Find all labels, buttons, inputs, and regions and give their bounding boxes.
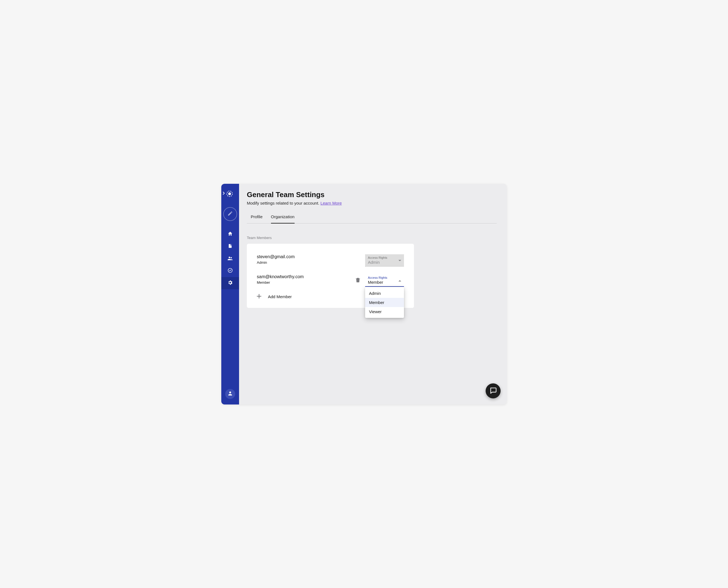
- main-content: General Team Settings Modify settings re…: [239, 184, 507, 404]
- caret-down-icon: [398, 258, 401, 262]
- compose-button[interactable]: [223, 207, 237, 221]
- trash-icon: [356, 278, 360, 283]
- pencil-icon: [227, 211, 233, 217]
- member-info: steven@gmail.com Admin: [257, 254, 365, 265]
- member-actions: Access Rights Admin: [365, 254, 404, 267]
- add-member-label: Add Member: [268, 294, 292, 299]
- access-rights-label: Access Rights: [368, 256, 401, 259]
- home-icon: [227, 231, 233, 238]
- access-rights-value: Admin: [368, 260, 401, 265]
- app-window: General Team Settings Modify settings re…: [221, 184, 507, 404]
- access-rights-dropdown: Admin Member Viewer: [365, 287, 404, 318]
- dropdown-option-admin[interactable]: Admin: [365, 289, 404, 298]
- page-subtitle-text: Modify settings related to your account.: [247, 201, 320, 206]
- svg-point-1: [228, 192, 231, 195]
- delete-member-button[interactable]: [356, 277, 360, 284]
- sidebar-top: [221, 188, 239, 200]
- dropdown-option-viewer[interactable]: Viewer: [365, 307, 404, 316]
- nav-settings[interactable]: [221, 277, 239, 289]
- plus-icon: [257, 294, 261, 299]
- sidebar-bottom: [221, 389, 239, 399]
- sidebar: [221, 184, 239, 404]
- team-members-card: steven@gmail.com Admin Access Rights Adm…: [247, 244, 414, 308]
- member-row: sam@knowtworthy.com Member Access Rights…: [257, 272, 404, 292]
- tab-profile[interactable]: Profile: [251, 214, 263, 224]
- caret-up-icon: [398, 278, 401, 282]
- access-rights-label: Access Rights: [368, 276, 401, 279]
- svg-point-4: [229, 256, 230, 258]
- app-logo-icon[interactable]: [226, 190, 233, 198]
- team-members-section-label: Team Members: [247, 236, 497, 240]
- access-rights-select-disabled: Access Rights Admin: [365, 254, 404, 267]
- dropdown-option-member[interactable]: Member: [365, 298, 404, 307]
- gear-icon: [227, 280, 233, 287]
- person-icon: [227, 391, 233, 397]
- member-email: steven@gmail.com: [257, 254, 365, 259]
- access-rights-select[interactable]: Access Rights Member Admin Member Viewer: [365, 274, 404, 287]
- nav-tasks[interactable]: [221, 265, 239, 277]
- svg-rect-3: [231, 244, 232, 246]
- book-icon: [228, 244, 233, 250]
- tab-organization[interactable]: Organization: [271, 214, 295, 224]
- people-icon: [227, 255, 233, 262]
- chat-icon: [490, 387, 497, 395]
- check-circle-icon: [227, 268, 233, 274]
- nav-team[interactable]: [221, 253, 239, 265]
- member-role: Admin: [257, 260, 365, 265]
- member-row: steven@gmail.com Admin Access Rights Adm…: [257, 252, 404, 272]
- svg-point-5: [230, 257, 232, 258]
- member-email: sam@knowtworthy.com: [257, 274, 356, 279]
- member-role: Member: [257, 280, 356, 285]
- member-actions: Access Rights Member Admin Member Viewer: [356, 274, 404, 287]
- nav-notes[interactable]: [221, 240, 239, 253]
- tabs: Profile Organization: [247, 214, 497, 224]
- expand-sidebar-chevron-icon[interactable]: [223, 191, 225, 196]
- member-info: sam@knowtworthy.com Member: [257, 274, 356, 285]
- nav-home[interactable]: [221, 228, 239, 240]
- page-title: General Team Settings: [247, 190, 497, 199]
- learn-more-link[interactable]: Learn More: [320, 201, 342, 206]
- access-rights-value: Member: [368, 280, 401, 285]
- svg-point-7: [229, 392, 231, 393]
- sidebar-nav: [221, 228, 239, 289]
- page-subtitle: Modify settings related to your account.…: [247, 201, 497, 206]
- chat-widget-button[interactable]: [485, 383, 501, 398]
- user-avatar[interactable]: [225, 389, 235, 399]
